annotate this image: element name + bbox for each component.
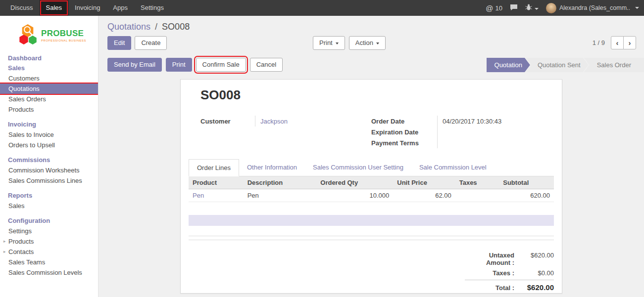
announcement-count: 10 (495, 4, 502, 12)
print-dropdown-label: Print (319, 39, 333, 46)
action-dropdown-button[interactable]: Action (349, 36, 386, 50)
breadcrumb: Quotations / SO008 (99, 16, 644, 32)
main-content: Quotations / SO008 Edit Create Print Act… (99, 16, 644, 297)
menu-apps[interactable]: Apps (106, 0, 134, 16)
sidebar-item-sales-commission-levels[interactable]: Sales Commission Levels (0, 267, 98, 278)
at-icon: @ (486, 4, 493, 12)
order-lines-header-row: Product Description Ordered Qty Unit Pri… (189, 176, 554, 189)
empty-section-band (189, 215, 554, 226)
sidebar-item-settings[interactable]: Settings (0, 226, 98, 236)
confirm-sale-button[interactable]: Confirm Sale (196, 58, 246, 72)
menu-invoicing[interactable]: Invoicing (68, 0, 106, 16)
sidebar: PROBUSE PROFESSIONAL BUSINESS Dashboard … (0, 16, 99, 297)
sidebar-section-configuration: Configuration Settings ▸Products ▸Contac… (0, 216, 98, 278)
brand-tagline: PROFESSIONAL BUSINESS (41, 39, 86, 42)
record-title: SO008 (200, 87, 542, 103)
pager-next-button[interactable]: › (623, 36, 636, 49)
sidebar-item-quotations[interactable]: Quotations (0, 84, 98, 94)
sidebar-item-contacts[interactable]: ▸Contacts (0, 247, 98, 257)
cell-product[interactable]: Pen (189, 189, 244, 202)
order-date-label: Order Date (371, 118, 437, 125)
payment-terms-label: Payment Terms (371, 139, 437, 147)
pager-counter: 1 / 9 (593, 39, 605, 46)
payment-terms-value (437, 137, 542, 148)
column-header-unit-price[interactable]: Unit Price (393, 176, 455, 189)
order-date-value: 04/20/2017 10:30:43 (437, 116, 542, 127)
sidebar-section-reports: Reports Sales (0, 191, 98, 211)
chevron-down-icon (336, 42, 339, 44)
cancel-button[interactable]: Cancel (250, 58, 283, 72)
breadcrumb-quotations-link[interactable]: Quotations (107, 22, 150, 32)
top-menu-list: Discuss Sales Invoicing Apps Settings (0, 0, 170, 16)
sidebar-item-orders-to-upsell[interactable]: Orders to Upsell (0, 140, 98, 150)
customer-label: Customer (200, 118, 255, 125)
stage-quotation[interactable]: Quotation (487, 58, 530, 72)
column-header-taxes[interactable]: Taxes (455, 176, 499, 189)
avatar (546, 3, 556, 13)
user-caret-icon (635, 7, 639, 9)
stage-sales-order[interactable]: Sales Order (584, 58, 644, 72)
sidebar-item-products[interactable]: Products (0, 104, 98, 115)
print-button[interactable]: Print (166, 58, 192, 72)
breadcrumb-current: SO008 (162, 22, 190, 32)
user-name: Alexandra (Sales_comm.. (559, 4, 630, 11)
separator-line (189, 240, 554, 240)
column-header-description[interactable]: Description (244, 176, 317, 189)
expiration-date-label: Expiration Date (371, 128, 437, 136)
sidebar-heading-commissions[interactable]: Commissions (0, 155, 98, 165)
expand-icon[interactable]: ▸ (3, 247, 6, 257)
print-dropdown-button[interactable]: Print (313, 36, 345, 50)
column-header-subtotal[interactable]: Subtotal (499, 176, 554, 189)
order-lines-table: Product Description Ordered Qty Unit Pri… (189, 176, 554, 202)
expand-icon[interactable]: ▸ (3, 236, 6, 247)
edit-button[interactable]: Edit (107, 36, 131, 50)
messages-icon[interactable] (510, 4, 518, 12)
sidebar-heading-configuration[interactable]: Configuration (0, 216, 98, 226)
sidebar-item-sales-orders[interactable]: Sales Orders (0, 94, 98, 104)
probuse-logo-icon (18, 23, 38, 47)
cell-ordered-qty: 10.000 (316, 189, 393, 202)
tab-sales-commission-user-setting[interactable]: Sales Commission User Setting (305, 159, 411, 176)
sidebar-heading-invoicing[interactable]: Invoicing (0, 120, 98, 129)
column-header-product[interactable]: Product (189, 176, 244, 189)
stage-pipeline: Quotation Quotation Sent Sales Order (487, 58, 644, 72)
sidebar-heading-dashboard[interactable]: Dashboard (0, 53, 98, 63)
menu-discuss[interactable]: Discuss (4, 0, 40, 16)
sidebar-heading-reports[interactable]: Reports (0, 191, 98, 201)
tab-sale-commission-level[interactable]: Sale Commission Level (411, 159, 495, 176)
tab-order-lines[interactable]: Order Lines (189, 159, 239, 176)
tab-other-information[interactable]: Other Information (239, 159, 305, 176)
customer-value[interactable]: Jackpson (255, 116, 371, 127)
sidebar-item-sales-teams[interactable]: Sales Teams (0, 257, 98, 267)
user-menu[interactable]: Alexandra (Sales_comm.. (546, 3, 639, 13)
untaxed-amount-label: Untaxed Amount : (465, 252, 521, 266)
table-row[interactable]: Pen Pen 10.000 62.00 620.00 (189, 189, 554, 202)
pager: ‹ › (611, 36, 636, 49)
sidebar-heading-sales[interactable]: Sales (0, 63, 98, 73)
debug-icon[interactable] (525, 4, 539, 12)
sidebar-item-commission-worksheets[interactable]: Commission Worksheets (0, 165, 98, 175)
sidebar-section-dashboard: Dashboard Sales Customers Quotations Sal… (0, 53, 98, 115)
sidebar-item-sales-to-invoice[interactable]: Sales to Invoice (0, 129, 98, 140)
create-button[interactable]: Create (135, 36, 167, 50)
stage-quotation-sent[interactable]: Quotation Sent (526, 58, 589, 72)
form-sheet: SO008 Customer Jackpson Order Date 04/20… (180, 79, 562, 294)
sidebar-item-config-products[interactable]: ▸Products (0, 236, 98, 247)
menu-settings[interactable]: Settings (134, 0, 170, 16)
sidebar-item-label: Products (8, 238, 34, 245)
pager-previous-button[interactable]: ‹ (611, 36, 624, 49)
send-by-email-button[interactable]: Send by Email (107, 58, 162, 72)
debug-caret-icon (535, 8, 539, 10)
column-header-ordered-qty[interactable]: Ordered Qty (316, 176, 393, 189)
form-statusbar: Send by Email Print Confirm Sale Cancel … (99, 58, 644, 72)
cell-unit-price: 62.00 (393, 189, 455, 202)
announcement-indicator[interactable]: @ 10 (486, 4, 502, 12)
total-label: Total : (465, 284, 521, 292)
chevron-down-icon (376, 42, 379, 44)
sidebar-item-reports-sales[interactable]: Sales (0, 201, 98, 211)
field-groups: Customer Jackpson Order Date 04/20/2017 … (200, 116, 542, 148)
sidebar-item-customers[interactable]: Customers (0, 73, 98, 84)
brand-name: PROBUSE (41, 29, 86, 39)
menu-sales[interactable]: Sales (40, 0, 69, 16)
sidebar-item-sales-commissions-lines[interactable]: Sales Commissions Lines (0, 175, 98, 186)
